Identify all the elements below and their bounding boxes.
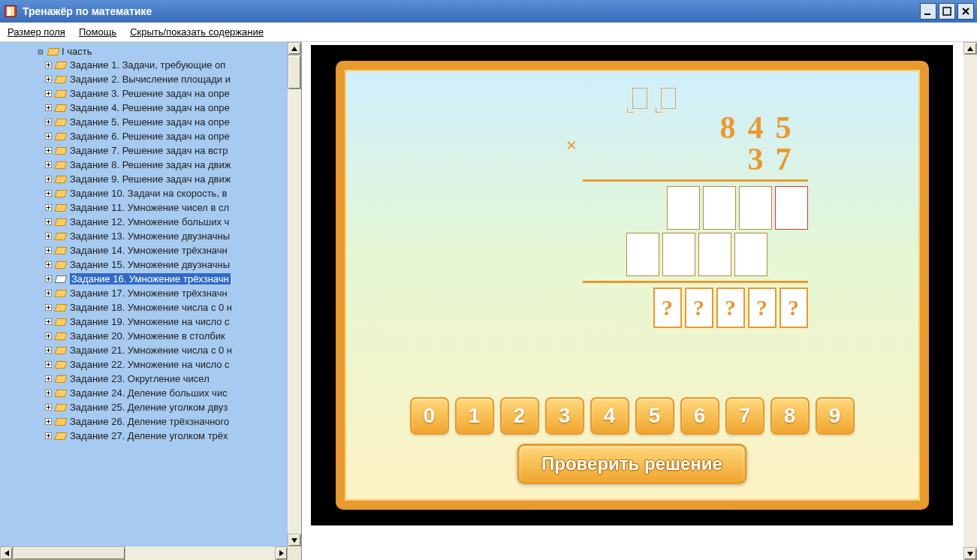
- tree-item[interactable]: Задание 18. Умножение числа с 0 н: [45, 300, 288, 315]
- answer-cell[interactable]: [667, 186, 700, 230]
- scroll-down-button[interactable]: [963, 547, 977, 560]
- tree-item[interactable]: Задание 19. Умножение на число с: [45, 315, 288, 329]
- answer-cell[interactable]: [662, 233, 695, 276]
- scroll-thumb[interactable]: [288, 55, 301, 89]
- sidebar-vscrollbar[interactable]: [288, 42, 301, 546]
- expand-icon[interactable]: [45, 247, 52, 254]
- digit-key-5[interactable]: 5: [635, 397, 674, 435]
- digit-key-2[interactable]: 2: [500, 397, 539, 435]
- close-button[interactable]: [957, 3, 974, 20]
- expand-icon[interactable]: [45, 275, 52, 282]
- tree-item[interactable]: Задание 21. Умножение числа с 0 н: [45, 343, 288, 357]
- result-cell[interactable]: ?: [748, 288, 776, 328]
- expand-icon[interactable]: [45, 190, 52, 197]
- digit-key-0[interactable]: 0: [410, 397, 449, 435]
- check-answer-button[interactable]: Проверить решение: [517, 444, 747, 484]
- tree-item[interactable]: Задание 24. Деление больших чис: [45, 386, 288, 400]
- expand-icon[interactable]: [45, 147, 52, 154]
- expand-icon[interactable]: [45, 290, 52, 297]
- expand-icon[interactable]: [45, 432, 52, 439]
- result-cell[interactable]: ?: [716, 288, 745, 328]
- tree-item[interactable]: Задание 7. Решение задач на встр: [45, 143, 288, 158]
- digit-key-1[interactable]: 1: [455, 397, 494, 435]
- sidebar-hscrollbar[interactable]: [0, 546, 288, 560]
- scroll-up-button[interactable]: [288, 42, 301, 55]
- answer-cell[interactable]: [775, 186, 808, 230]
- answer-cell[interactable]: [703, 186, 736, 230]
- carry-input-box[interactable]: [632, 88, 647, 109]
- tree-item[interactable]: Задание 9. Решение задач на движ: [45, 172, 288, 186]
- tree-item[interactable]: Задание 4. Решение задач на опре: [45, 101, 288, 115]
- tree-item[interactable]: Задание 26. Деление трёхзначного: [45, 414, 288, 429]
- menu-help[interactable]: Помощь: [79, 26, 116, 38]
- tree-item[interactable]: Задание 20. Умножение в столбик: [45, 329, 288, 343]
- expand-icon[interactable]: [45, 361, 52, 368]
- expand-icon[interactable]: [45, 404, 52, 411]
- answer-cell[interactable]: [626, 233, 659, 276]
- answer-cell[interactable]: [698, 233, 731, 276]
- expand-icon[interactable]: [45, 318, 52, 325]
- tree-item[interactable]: Задание 8. Решение задач на движ: [45, 158, 288, 172]
- expand-icon[interactable]: [45, 233, 52, 239]
- menu-field-size[interactable]: Размер поля: [8, 26, 65, 38]
- scroll-down-button[interactable]: [288, 534, 301, 546]
- tree-item[interactable]: Задание 22. Умножение на число с: [45, 357, 288, 372]
- scroll-thumb-h[interactable]: [13, 546, 125, 560]
- tree-item[interactable]: Задание 17. Умножение трёхзначн: [45, 286, 288, 300]
- tree-item[interactable]: Задание 25. Деление уголком двуз: [45, 400, 288, 414]
- digit-key-7[interactable]: 7: [725, 397, 764, 435]
- collapse-icon[interactable]: ⊟: [38, 48, 45, 56]
- scroll-right-button[interactable]: [275, 546, 288, 560]
- menu-toggle-toc[interactable]: Скрыть/показать содержание: [130, 26, 264, 38]
- expand-icon[interactable]: [45, 104, 52, 111]
- tree-item[interactable]: Задание 12. Умножение больших ч: [45, 215, 288, 229]
- digit-key-8[interactable]: 8: [770, 397, 810, 435]
- digit-key-3[interactable]: 3: [545, 397, 584, 435]
- tree-item[interactable]: Задание 2. Вычисление площади и: [45, 72, 288, 86]
- tree-item[interactable]: Задание 16. Умножение трёхзначн: [45, 272, 288, 286]
- expand-icon[interactable]: [45, 218, 52, 225]
- expand-icon[interactable]: [45, 347, 52, 354]
- tree-item[interactable]: Задание 15. Умножение двузначны: [45, 257, 288, 272]
- scroll-up-button[interactable]: [963, 42, 977, 55]
- tree-item[interactable]: Задание 6. Решение задач на опре: [45, 129, 288, 143]
- result-cell[interactable]: ?: [685, 288, 713, 328]
- tree-item[interactable]: Задание 13. Умножение двузначны: [45, 229, 288, 243]
- maximize-button[interactable]: [939, 3, 955, 20]
- tree-item[interactable]: Задание 11. Умножение чисел в сл: [45, 200, 288, 215]
- scroll-left-button[interactable]: [0, 546, 13, 560]
- answer-cell[interactable]: [739, 186, 772, 230]
- tree-root[interactable]: ⊟ I часть: [38, 45, 288, 58]
- expand-icon[interactable]: [45, 390, 52, 396]
- tree-item[interactable]: Задание 10. Задачи на скорость, в: [45, 186, 288, 200]
- expand-icon[interactable]: [45, 62, 52, 68]
- answer-cell[interactable]: [734, 233, 767, 276]
- tree-item[interactable]: Задание 23. Округление чисел: [45, 372, 288, 386]
- expand-icon[interactable]: [45, 204, 52, 211]
- expand-icon[interactable]: [45, 333, 52, 339]
- result-cell[interactable]: ?: [653, 288, 682, 328]
- tree-item[interactable]: Задание 27. Деление уголком трёх: [45, 429, 288, 443]
- result-cell[interactable]: ?: [779, 288, 808, 328]
- minimize-button[interactable]: [920, 3, 936, 20]
- digit-key-9[interactable]: 9: [816, 397, 855, 435]
- content-vscrollbar[interactable]: [963, 42, 977, 560]
- expand-icon[interactable]: [45, 375, 52, 382]
- tree-item[interactable]: Задание 14. Умножение трёхзначн: [45, 243, 288, 257]
- expand-icon[interactable]: [45, 418, 52, 425]
- carry-input-box[interactable]: [661, 88, 676, 109]
- tree-item[interactable]: Задание 1. Задачи, требующие оп: [45, 58, 288, 72]
- tree-item[interactable]: Задание 3. Решение задач на опре: [45, 86, 288, 101]
- digit-key-6[interactable]: 6: [680, 397, 719, 435]
- tree-item[interactable]: Задание 5. Решение задач на опре: [45, 115, 288, 129]
- expand-icon[interactable]: [45, 261, 52, 268]
- digit-key-4[interactable]: 4: [590, 397, 629, 435]
- expand-icon[interactable]: [45, 76, 52, 83]
- expand-icon[interactable]: [45, 304, 52, 311]
- expand-icon[interactable]: [45, 176, 52, 182]
- expand-icon[interactable]: [45, 119, 52, 125]
- expand-icon[interactable]: [45, 90, 52, 97]
- tree-item-label: Задание 11. Умножение чисел в сл: [70, 202, 229, 213]
- expand-icon[interactable]: [45, 133, 52, 140]
- expand-icon[interactable]: [45, 161, 52, 168]
